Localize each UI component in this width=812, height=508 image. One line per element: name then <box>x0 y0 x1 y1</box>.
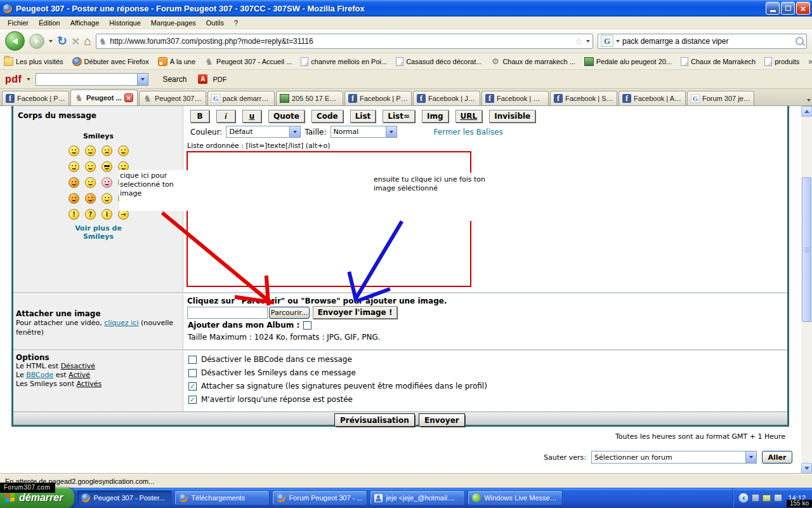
bookmarks-overflow-button[interactable]: » <box>808 57 812 66</box>
smiley-redface-icon[interactable] <box>102 177 112 188</box>
couleur-select[interactable]: Défaut <box>226 126 301 138</box>
restore-button[interactable] <box>781 2 795 15</box>
bookmark-chanvre[interactable]: chanvre mellois en Poi... <box>301 57 387 66</box>
search-icon[interactable] <box>796 37 804 45</box>
smiley-cool-icon[interactable] <box>102 161 112 172</box>
bbcode-url-button[interactable]: URL <box>455 110 483 123</box>
previsualisation-button[interactable]: Prévisualisation <box>334 413 415 427</box>
menu-outils[interactable]: Outils <box>201 18 229 28</box>
bookmark-chaux-marrakech[interactable]: Chaux de marrakech ... <box>490 57 575 66</box>
close-button[interactable] <box>796 2 810 15</box>
notify-reply-checkbox[interactable] <box>188 396 197 404</box>
aller-button[interactable]: Aller <box>762 451 792 464</box>
menu-edition[interactable]: Édition <box>34 18 65 28</box>
tab-facebook-ph[interactable]: Facebook | Ph... <box>344 91 412 105</box>
fermer-les-balises-link[interactable]: Fermer les Balises <box>434 128 503 137</box>
tab-peugeot-active[interactable]: Peugeot ... <box>70 90 138 105</box>
parcourir-button[interactable]: Parcourir... <box>269 307 310 319</box>
smiley-eek-icon[interactable] <box>69 161 79 172</box>
smiley-mad-icon[interactable] <box>69 177 79 188</box>
reload-button[interactable] <box>57 35 67 47</box>
tab-pack-demarrge[interactable]: pack demarrge... <box>207 91 275 105</box>
pdf-label[interactable]: PDF <box>213 76 226 83</box>
envoyer-image-button[interactable]: Envoyer l'image ! <box>313 306 397 319</box>
vertical-scrollbar[interactable] <box>801 106 812 474</box>
search-input[interactable]: pack demarrge a distance viper <box>622 37 793 46</box>
engine-dropdown-icon[interactable] <box>616 40 620 43</box>
back-button[interactable] <box>5 31 25 51</box>
tab-facebook-nol[interactable]: Facebook | Nol... <box>481 91 549 105</box>
tab-facebook-pris[interactable]: Facebook | Pris... <box>2 91 69 105</box>
bbcode-invisible-button[interactable]: Invisible <box>489 110 535 123</box>
task-forum-peugeot[interactable]: Forum Peugeot 307 - ... <box>272 490 367 505</box>
album-checkbox[interactable] <box>303 321 311 330</box>
disable-smileys-checkbox[interactable] <box>188 369 197 377</box>
bbcode-i-button[interactable]: i <box>216 110 235 123</box>
minimize-button[interactable] <box>766 2 780 15</box>
bookmark-pedale-alu[interactable]: Pedale alu peugeot 20... <box>584 57 672 66</box>
smiley-exclaim-icon[interactable]: ! <box>69 209 79 220</box>
bookmark-peugeot-accueil[interactable]: Peugeot 307 - Accueil ... <box>204 57 292 66</box>
pdf-dropdown-icon[interactable] <box>27 78 30 81</box>
history-dropdown-icon[interactable] <box>49 40 53 43</box>
envoyer-button[interactable]: Envoyer <box>419 413 465 427</box>
stop-button[interactable] <box>72 34 79 48</box>
smiley-evil-icon[interactable] <box>69 193 79 204</box>
bbcode-link[interactable]: BBCode <box>26 371 53 379</box>
chevron-down-icon[interactable] <box>386 126 396 137</box>
smiley-twisted-icon[interactable] <box>85 193 96 204</box>
smiley-idea-icon[interactable]: i <box>102 209 112 220</box>
scroll-down-button[interactable] <box>801 463 812 474</box>
menu-marque-pages[interactable]: Marque-pages <box>146 18 201 28</box>
google-engine-icon[interactable] <box>601 35 613 47</box>
bbcode-quote-button[interactable]: Quote <box>268 110 304 123</box>
forward-button[interactable] <box>29 34 44 49</box>
smiley-biggrin-icon[interactable] <box>118 145 129 156</box>
bbcode-listeq-button[interactable]: List= <box>383 110 415 123</box>
tab-list-dropdown-icon[interactable] <box>807 99 811 102</box>
bbcode-u-button[interactable]: u <box>242 110 261 123</box>
bbcode-b-button[interactable]: B <box>190 110 209 123</box>
tab-facebook-jul[interactable]: Facebook | Jul... <box>413 91 480 105</box>
bookmark-casasud[interactable]: Casasud déco décorat... <box>396 57 481 66</box>
smiley-razz-icon[interactable] <box>85 177 96 188</box>
task-telechargements[interactable]: Téléchargements <box>174 490 270 505</box>
task-windows-live-messenger[interactable]: Windows Live Messen... <box>468 490 563 505</box>
smiley-grin-icon[interactable] <box>69 145 79 156</box>
forum-jump-select[interactable]: Sélectionner un forum <box>591 451 757 464</box>
scroll-up-button[interactable] <box>801 106 812 117</box>
task-peugeot-poster[interactable]: Peugeot 307 - Poster... <box>77 490 172 505</box>
task-jeje-hotmail[interactable]: jeje <jeje_@hotmail.... <box>370 490 465 505</box>
taille-select[interactable]: Normal <box>331 126 397 138</box>
pdf-search-label[interactable]: Search <box>162 75 187 84</box>
chevron-down-icon[interactable] <box>289 126 300 137</box>
bbcode-img-button[interactable]: Img <box>422 110 449 123</box>
bookmark-star-icon[interactable] <box>575 37 583 46</box>
smiley-confused-icon[interactable] <box>85 161 96 172</box>
smiley-sad-icon[interactable] <box>102 145 112 156</box>
search-box[interactable]: pack demarrge a distance viper <box>598 34 807 49</box>
cliquez-ici-link[interactable]: cliquez ici <box>104 319 138 327</box>
tab-forum-307-jero[interactable]: Forum 307 jero... <box>687 91 754 105</box>
voir-plus-smileys-link[interactable]: Voir plus de Smileys <box>60 224 136 241</box>
file-path-input[interactable] <box>187 307 268 319</box>
tab-205-50-17[interactable]: 205 50 17 Equi... <box>276 91 343 105</box>
tray-computer-icon[interactable] <box>774 494 782 502</box>
address-bar[interactable]: http://www.forum307.com/posting.php?mode… <box>96 34 593 49</box>
smiley-smile-icon[interactable] <box>85 145 96 156</box>
pdf-download-logo[interactable]: pdf <box>5 74 22 85</box>
chevron-down-icon[interactable] <box>745 451 756 463</box>
disable-bbcode-checkbox[interactable] <box>188 356 197 364</box>
tray-chevron-icon[interactable] <box>738 493 749 503</box>
scrollbar-thumb[interactable] <box>802 177 811 322</box>
tray-network-icon[interactable] <box>752 494 759 502</box>
bookmark-chaux-marrakech2[interactable]: Chaux de Marrakech <box>681 57 756 66</box>
menu-aide[interactable]: ? <box>229 18 243 28</box>
menu-affichage[interactable]: Affichage <box>65 18 105 28</box>
menu-historique[interactable]: Historique <box>104 18 146 28</box>
menu-fichier[interactable]: Fichier <box>3 18 34 28</box>
tab-peugeot-307[interactable]: Peugeot 307 - ... <box>139 91 206 105</box>
bbcode-list-button[interactable]: List <box>350 110 376 123</box>
url-dropdown-icon[interactable] <box>586 40 590 43</box>
combo-dropdown-button[interactable] <box>137 74 148 85</box>
